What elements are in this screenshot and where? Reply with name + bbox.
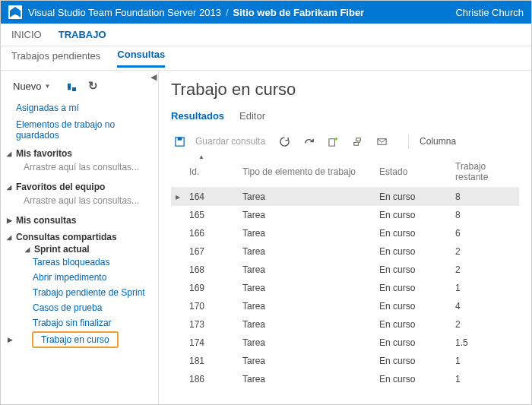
toolbar: Guardar consulta Columna (171, 128, 519, 155)
cell-type: Tarea (238, 370, 375, 388)
cell-id: 181 (185, 352, 238, 370)
save-icon[interactable] (63, 80, 75, 92)
table-row[interactable]: 167TareaEn curso2 (171, 242, 519, 261)
table-row[interactable]: 169TareaEn curso1 (171, 279, 519, 297)
cell-type: Tarea (238, 242, 375, 261)
folder-sprint-actual[interactable]: Sprint actual (5, 244, 158, 255)
caret-icon (7, 150, 16, 157)
table-row[interactable]: 168TareaEn curso2 (171, 261, 519, 279)
top-nav: INICIO TRABAJO (1, 24, 531, 46)
query-item[interactable]: Trabajo sin finalizar (5, 315, 158, 331)
toolbar-divider (408, 134, 409, 149)
cell-state: En curso (375, 370, 451, 388)
column-options-button[interactable]: Columna (420, 136, 456, 147)
query-item[interactable]: Trabajo pendiente de Sprint (5, 285, 158, 300)
table-row[interactable]: 181TareaEn curso1 (171, 352, 519, 370)
row-caret-icon (171, 224, 185, 242)
caret-icon (8, 336, 17, 343)
row-caret-icon (171, 242, 185, 261)
row-caret-icon (171, 279, 185, 297)
cell-remaining: 1 (451, 370, 519, 388)
collapse-sidebar-icon[interactable]: ◀ (150, 72, 157, 82)
cell-state: En curso (375, 224, 451, 242)
cell-type: Tarea (238, 206, 375, 224)
cell-id: 186 (185, 370, 238, 388)
redo-icon[interactable] (300, 133, 317, 150)
mail-icon[interactable] (373, 133, 390, 150)
query-item[interactable]: Abrir impedimento (5, 270, 158, 285)
row-caret-icon (171, 297, 185, 315)
row-caret-icon (171, 352, 185, 370)
user-name[interactable]: Christie Church (455, 7, 524, 18)
svg-rect-3 (356, 138, 360, 141)
page-title: Trabajo en curso (171, 80, 519, 100)
section-favoritos-equipo[interactable]: Favoritos del equipo (5, 177, 158, 194)
new-item-icon[interactable] (325, 133, 341, 150)
cell-type: Tarea (238, 279, 375, 297)
section-mis-consultas[interactable]: Mis consultas (5, 210, 158, 227)
nav-trabajo[interactable]: TRABAJO (59, 29, 106, 40)
svg-rect-2 (328, 138, 334, 145)
chevron-down-icon[interactable]: ▼ (45, 83, 51, 90)
tab-resultados[interactable]: Resultados (171, 110, 224, 126)
col-remaining[interactable]: Trabajo restante (451, 157, 519, 188)
site-link[interactable]: Sitio web de Fabrikam Fiber (233, 7, 365, 18)
col-state[interactable]: Estado (375, 157, 451, 188)
table-row[interactable]: ▶164TareaEn curso8 (171, 188, 519, 207)
cell-id: 170 (185, 297, 238, 315)
link-no-guardados[interactable]: Elementos de trabajo no guardados (5, 116, 158, 144)
query-item[interactable]: Tareas bloqueadas (5, 255, 158, 270)
cell-remaining: 1 (451, 352, 519, 370)
save-query-label[interactable]: Guardar consulta (195, 136, 265, 147)
link-icon[interactable] (349, 133, 366, 150)
refresh-icon[interactable] (276, 133, 293, 150)
vs-logo-icon (8, 5, 22, 19)
query-item[interactable]: Casos de prueba (5, 300, 158, 315)
cell-state: En curso (375, 188, 451, 207)
new-button[interactable]: Nuevo (13, 81, 42, 92)
cell-state: En curso (375, 279, 451, 297)
section-mis-favoritos[interactable]: Mis favoritos (5, 144, 158, 160)
table-row[interactable]: 173TareaEn curso2 (171, 315, 519, 334)
cell-remaining: 4 (451, 297, 519, 315)
save-query-icon[interactable] (171, 133, 188, 150)
table-row[interactable]: 186TareaEn curso1 (171, 370, 519, 388)
product-name: Visual Studio Team Foundation Server 201… (28, 7, 221, 18)
cell-remaining: 1.5 (451, 334, 519, 352)
cell-type: Tarea (238, 334, 375, 352)
caret-icon (7, 233, 16, 241)
tab-consultas[interactable]: Consultas (117, 49, 165, 68)
cell-type: Tarea (238, 352, 375, 370)
row-caret-icon (171, 370, 185, 388)
caret-icon (7, 217, 16, 224)
tab-pendientes[interactable]: Trabajos pendientes (11, 50, 100, 67)
query-trabajo-en-curso-row[interactable]: Trabajo en curso (5, 331, 158, 349)
sidebar: ◀ Nuevo ▼ Asignadas a mí Elementos de tr… (1, 71, 159, 405)
section-consultas-compartidas[interactable]: Consultas compartidas (5, 227, 158, 244)
svg-rect-1 (177, 137, 182, 140)
row-caret-icon (171, 334, 185, 352)
cell-id: 174 (185, 334, 238, 352)
cell-id: 165 (185, 206, 238, 224)
table-row[interactable]: 170TareaEn curso4 (171, 297, 519, 315)
table-row[interactable]: 174TareaEn curso1.5 (171, 334, 519, 352)
cell-type: Tarea (238, 315, 375, 334)
tab-editor[interactable]: Editor (239, 110, 265, 126)
cell-id: 164 (185, 188, 238, 207)
refresh-icon[interactable] (87, 80, 100, 92)
cell-type: Tarea (238, 188, 375, 207)
cell-remaining: 1 (451, 279, 519, 297)
cell-id: 166 (185, 224, 238, 242)
cell-id: 167 (185, 242, 238, 261)
cell-type: Tarea (238, 224, 375, 242)
cell-state: En curso (375, 261, 451, 279)
col-id[interactable]: Id. (185, 157, 238, 188)
col-type[interactable]: Tipo de elemento de trabajo (238, 157, 375, 188)
query-trabajo-en-curso[interactable]: Trabajo en curso (32, 331, 119, 348)
table-row[interactable]: 166TareaEn curso6 (171, 224, 519, 242)
nav-inicio[interactable]: INICIO (11, 29, 42, 40)
link-asignadas[interactable]: Asignadas a mí (5, 100, 158, 116)
table-row[interactable]: 165TareaEn curso8 (171, 206, 519, 224)
cell-id: 169 (185, 279, 238, 297)
caret-icon (25, 245, 34, 253)
